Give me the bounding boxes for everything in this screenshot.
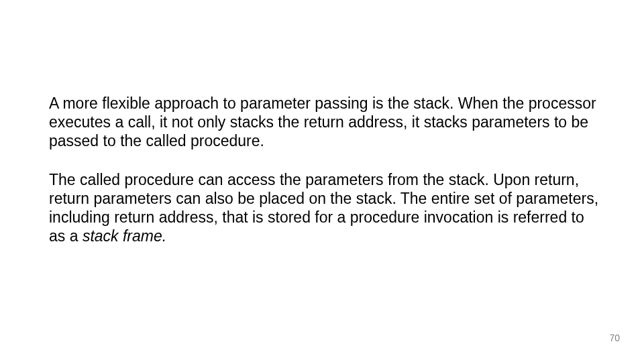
paragraph-2-italic: stack frame.	[83, 227, 166, 245]
paragraph-2: The called procedure can access the para…	[49, 170, 599, 245]
paragraph-1: A more flexible approach to parameter pa…	[49, 94, 599, 150]
body-text: A more flexible approach to parameter pa…	[49, 94, 599, 265]
slide: A more flexible approach to parameter pa…	[0, 0, 644, 362]
paragraph-1-text: A more flexible approach to parameter pa…	[49, 95, 596, 149]
page-number: 70	[609, 333, 620, 343]
